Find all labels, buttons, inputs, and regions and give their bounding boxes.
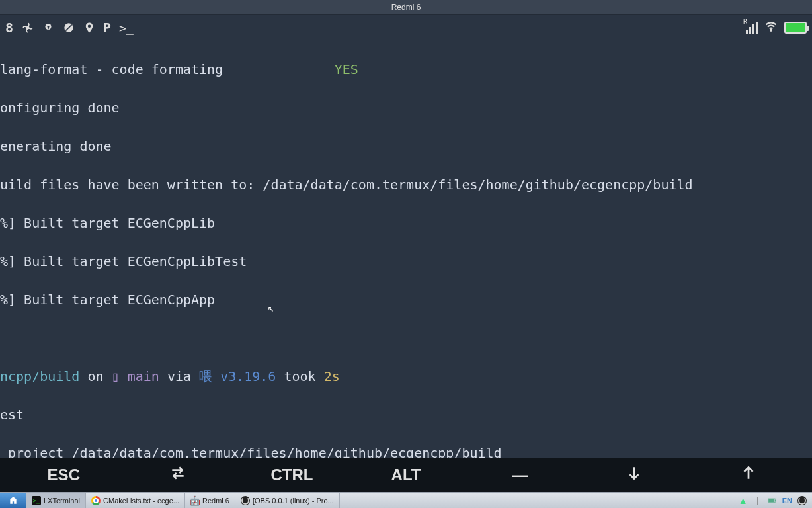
svg-rect-9 (775, 499, 776, 501)
cellular-icon: R (742, 22, 758, 34)
terminal[interactable]: lang-format - code formating YES onfigur… (0, 41, 812, 458)
android-icon: 🤖 (190, 496, 200, 505)
p-icon: P (103, 20, 111, 36)
key-down[interactable] (577, 464, 692, 486)
fan-icon (21, 21, 34, 34)
tray-lang[interactable]: EN (782, 497, 792, 505)
tray-battery-icon[interactable] (768, 496, 777, 505)
battery-icon (784, 22, 807, 34)
key-tab[interactable] (121, 464, 235, 486)
key-ctrl[interactable]: CTRL (235, 466, 349, 484)
task-lxterminal[interactable]: >_ LXTerminal (26, 493, 86, 508)
key-up[interactable] (691, 464, 805, 486)
prompt-line: ncpp/build on ▯ main via 喂 v3.19.6 took … (0, 367, 812, 386)
status-left: 8 P >_ (5, 20, 134, 36)
location-icon (83, 22, 95, 34)
term-line: enerating done (0, 137, 812, 156)
task-chrome[interactable]: CMakeLists.txt - ecge... (86, 493, 185, 508)
soft-keyrow: ESC CTRL ALT — (0, 458, 812, 492)
term-line: lang-format - code formating YES (0, 60, 812, 79)
term-line: %] Built target ECGenCppLibTest (0, 252, 812, 271)
task-obs[interactable]: [OBS 0.0.1 (linux) - Pro... (235, 493, 340, 508)
chrome-icon (91, 496, 101, 505)
term-line: uild files have been written to: /data/d… (0, 175, 812, 194)
tray-sep-icon: | (753, 496, 762, 505)
system-tray: ▲ | EN (733, 493, 812, 508)
key-esc[interactable]: ESC (7, 466, 121, 484)
svg-point-6 (88, 25, 91, 28)
term-line: project /data/data/com.termux/files/home… (0, 444, 812, 458)
term-line: est (0, 405, 812, 425)
key-alt[interactable]: ALT (349, 466, 464, 484)
task-redmi[interactable]: 🤖 Redmi 6 (185, 493, 235, 508)
key-dash[interactable]: — (463, 466, 577, 484)
tray-obs-icon[interactable] (797, 496, 807, 505)
svg-point-7 (770, 30, 772, 31)
svg-point-0 (26, 26, 28, 28)
phone-statusbar: 8 P >_ R (0, 15, 812, 41)
terminal-icon: >_ (119, 21, 134, 35)
status-right: R (742, 20, 807, 36)
terminal-app-icon: >_ (32, 496, 41, 505)
taskbar: >_ LXTerminal CMakeLists.txt - ecge... 🤖… (0, 492, 812, 508)
obs-icon (241, 496, 250, 505)
tray-android-icon[interactable]: ▲ (739, 496, 748, 505)
start-button[interactable] (0, 493, 26, 508)
wifi-icon (764, 20, 778, 36)
window-titlebar: Redmi 6 (0, 0, 812, 15)
notification-count: 8 (5, 20, 13, 36)
svg-rect-10 (768, 499, 774, 502)
window-title: Redmi 6 (391, 3, 421, 12)
term-line: onfiguring done (0, 99, 812, 118)
block-icon (62, 21, 75, 34)
svg-rect-3 (48, 27, 49, 30)
term-line: %] Built target ECGenCppLib (0, 214, 812, 233)
term-line: %] Built target ECGenCppApp (0, 290, 812, 310)
lock-icon (42, 22, 54, 34)
